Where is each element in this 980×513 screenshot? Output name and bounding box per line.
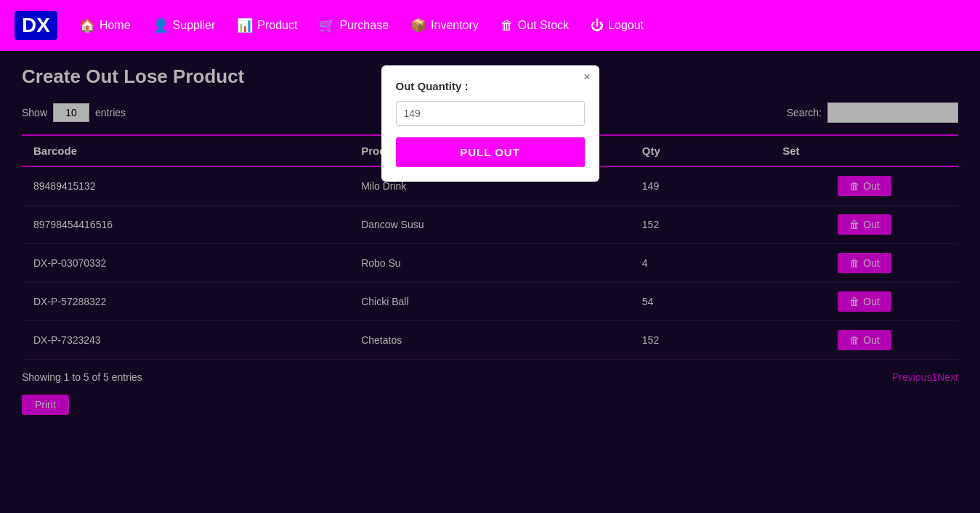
nav-purchase-label: Purchase: [339, 19, 389, 32]
nav-purchase[interactable]: 🛒 Purchase: [319, 17, 389, 33]
nav-product-label: Product: [257, 19, 297, 32]
purchase-icon: 🛒: [319, 17, 335, 33]
home-icon: 🏠: [79, 17, 95, 33]
nav-home-label: Home: [100, 19, 131, 32]
modal-dialog: × Out Quantity : PULL OUT: [381, 65, 599, 182]
nav-supplier[interactable]: 👤 Supplier: [153, 17, 216, 33]
nav-inventory-label: Inventory: [431, 19, 479, 32]
product-icon: 📊: [237, 17, 253, 33]
modal-quantity-input[interactable]: [396, 101, 585, 126]
nav-logout-label: Logout: [608, 19, 644, 32]
supplier-icon: 👤: [153, 17, 169, 33]
nav-home[interactable]: 🏠 Home: [79, 17, 131, 33]
nav-logout[interactable]: ⏻ Logout: [591, 18, 644, 33]
nav-outstock-label: Out Stock: [518, 19, 569, 32]
modal-overlay: × Out Quantity : PULL OUT: [0, 51, 980, 513]
nav-supplier-label: Supplier: [173, 19, 216, 32]
inventory-icon: 📦: [410, 17, 426, 33]
nav-inventory[interactable]: 📦 Inventory: [410, 17, 479, 33]
modal-close-button[interactable]: ×: [583, 71, 590, 83]
pull-out-button[interactable]: PULL OUT: [396, 137, 585, 167]
logout-icon: ⏻: [591, 18, 604, 33]
nav-outstock[interactable]: 🗑 Out Stock: [501, 18, 569, 33]
brand-logo: DX: [15, 11, 57, 40]
modal-title: Out Quantity :: [396, 80, 585, 92]
navbar: DX 🏠 Home 👤 Supplier 📊 Product 🛒 Purchas…: [0, 0, 980, 51]
main-content: Create Out Lose Product Show entries Sea…: [0, 51, 980, 513]
nav-product[interactable]: 📊 Product: [237, 17, 297, 33]
outstock-icon: 🗑: [501, 18, 514, 33]
